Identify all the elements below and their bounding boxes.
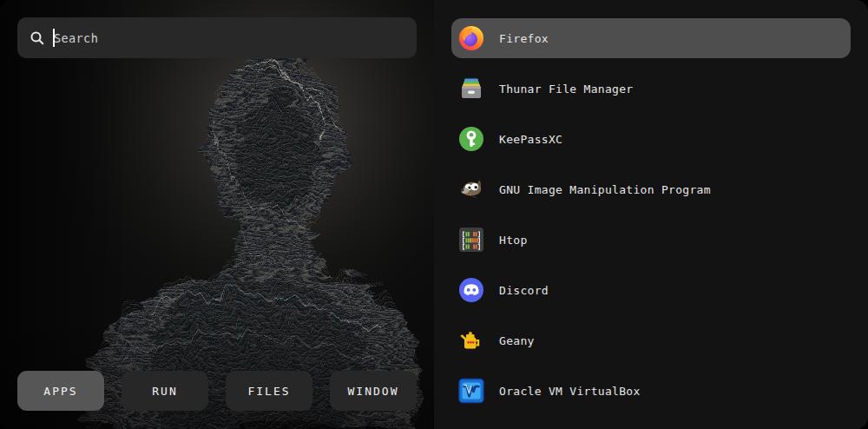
app-list-item-virtualbox[interactable]: Oracle VM VirtualBox bbox=[451, 371, 851, 411]
virtualbox-icon bbox=[458, 378, 484, 404]
app-label: Oracle VM VirtualBox bbox=[499, 385, 641, 398]
tab-files[interactable]: FILES bbox=[226, 371, 312, 411]
app-list-item-keepassxc[interactable]: KeePassXC bbox=[451, 119, 851, 159]
app-list: Firefox Thunar File Manager KeePassXC bbox=[434, 0, 868, 429]
keepassxc-icon bbox=[458, 126, 484, 152]
tab-run[interactable]: RUN bbox=[122, 371, 208, 411]
text-cursor bbox=[53, 29, 55, 47]
app-list-item-discord[interactable]: Discord bbox=[451, 270, 851, 310]
app-label: Thunar File Manager bbox=[499, 82, 633, 96]
discord-icon bbox=[458, 277, 484, 303]
gimp-icon bbox=[458, 176, 484, 202]
geany-icon bbox=[458, 327, 484, 353]
background-art bbox=[0, 0, 434, 429]
thunar-icon bbox=[458, 76, 484, 102]
firefox-icon bbox=[458, 25, 484, 51]
app-label: Htop bbox=[499, 234, 528, 247]
htop-icon bbox=[458, 227, 484, 253]
mode-tabs: APPS RUN FILES WINDOW bbox=[17, 371, 417, 411]
app-launcher-window: APPS RUN FILES WINDOW bbox=[0, 0, 868, 429]
app-label: KeePassXC bbox=[499, 133, 562, 146]
app-label: Firefox bbox=[499, 32, 549, 45]
app-list-item-gimp[interactable]: GNU Image Manipulation Program bbox=[451, 169, 851, 209]
search-input[interactable] bbox=[53, 31, 404, 45]
tab-window[interactable]: WINDOW bbox=[330, 371, 417, 411]
search-icon bbox=[30, 30, 45, 46]
app-label: Geany bbox=[499, 334, 535, 347]
tab-apps[interactable]: APPS bbox=[17, 371, 104, 411]
app-list-item-htop[interactable]: Htop bbox=[451, 220, 851, 260]
app-label: GNU Image Manipulation Program bbox=[499, 183, 711, 196]
app-list-item-geany[interactable]: Geany bbox=[451, 320, 851, 360]
search-bar[interactable] bbox=[17, 17, 417, 58]
left-pane: APPS RUN FILES WINDOW bbox=[0, 0, 434, 429]
search-input-wrap bbox=[53, 17, 404, 58]
app-label: Discord bbox=[499, 284, 549, 297]
app-list-item-firefox[interactable]: Firefox bbox=[451, 18, 851, 58]
app-list-item-thunar[interactable]: Thunar File Manager bbox=[451, 69, 851, 109]
